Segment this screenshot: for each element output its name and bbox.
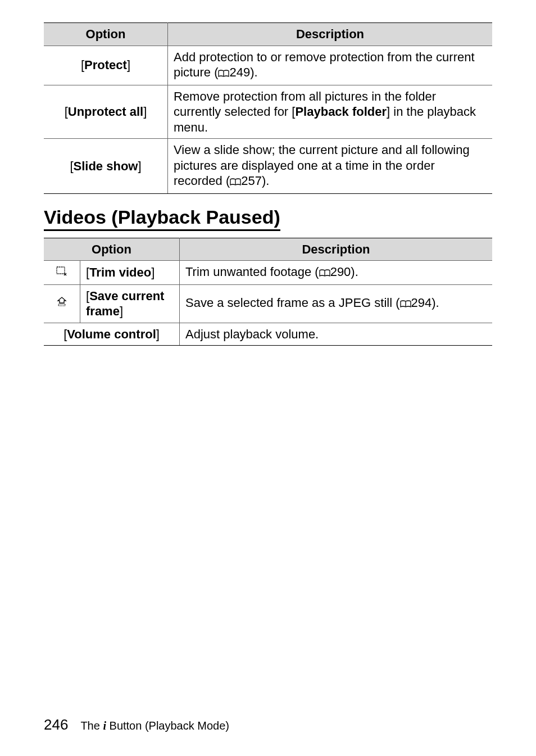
option-label: Unprotect all <box>68 105 143 119</box>
section-heading-videos: Videos (Playback Paused) <box>44 206 280 231</box>
option-label: Save current frame <box>86 289 164 319</box>
description-cell-protect: Add protection to or remove protection f… <box>168 46 493 85</box>
desc-page: 249). <box>229 65 257 79</box>
option-label: Volume control <box>67 327 156 341</box>
desc-page: 290). <box>330 265 358 279</box>
header-option: Option <box>44 238 180 261</box>
book-icon <box>400 296 411 312</box>
option-cell-volume-control: [Volume control] <box>44 323 180 346</box>
description-cell-trim: Trim unwanted footage (290). <box>180 261 493 285</box>
option-cell-protect: [Protect] <box>44 46 168 85</box>
option-cell-save-frame: [Save current frame] <box>80 284 180 323</box>
table-row: [Volume control] Adjust playback volume. <box>44 323 492 346</box>
description-cell-unprotect-all: Remove protection from all pictures in t… <box>168 85 493 139</box>
description-cell-save-frame: Save a selected frame as a JPEG still (2… <box>180 284 493 323</box>
table-row: [Slide show] View a slide show; the curr… <box>44 139 492 194</box>
desc-bold-mid: Playback folder <box>295 105 387 119</box>
desc-page: 257). <box>241 174 269 188</box>
icon-cell-frame <box>44 284 80 323</box>
table-row: [Unprotect all] Remove protection from a… <box>44 85 492 139</box>
desc-text: Adjust playback volume. <box>185 327 319 341</box>
desc-text: View a slide show; the current picture a… <box>174 143 470 188</box>
header-description: Description <box>168 23 493 46</box>
save-frame-icon <box>56 297 67 310</box>
svg-rect-1 <box>58 304 65 306</box>
table-header-row: Option Description <box>44 238 492 261</box>
option-cell-unprotect-all: [Unprotect all] <box>44 85 168 139</box>
option-label: Trim video <box>89 265 151 279</box>
option-label: Slide show <box>74 159 138 173</box>
option-label: Protect <box>84 58 127 72</box>
chapter-suffix: Button (Playback Mode) <box>106 719 229 732</box>
bracket-close: ] <box>156 327 160 341</box>
book-icon <box>319 265 330 281</box>
icon-cell-trim <box>44 261 80 285</box>
bracket-close: ] <box>138 159 141 173</box>
option-cell-trim-video: [Trim video] <box>80 261 180 285</box>
bracket-close: ] <box>127 58 130 72</box>
options-table-2: Option Description [Trim video] Trim unw… <box>44 238 492 346</box>
svg-rect-0 <box>57 267 65 274</box>
page-footer: 246 The i Button (Playback Mode) <box>44 716 229 734</box>
book-icon <box>230 174 241 190</box>
description-cell-volume: Adjust playback volume. <box>180 323 493 346</box>
options-table-1: Option Description [Protect] Add protect… <box>44 22 492 194</box>
header-description: Description <box>180 238 493 261</box>
description-cell-slide-show: View a slide show; the current picture a… <box>168 139 493 194</box>
page-number: 246 <box>44 716 68 734</box>
table-row: [Save current frame] Save a selected fra… <box>44 284 492 323</box>
book-icon <box>218 66 229 82</box>
table-row: [Trim video] Trim unwanted footage (290)… <box>44 261 492 285</box>
bracket-close: ] <box>143 105 147 119</box>
option-cell-slide-show: [Slide show] <box>44 139 168 194</box>
table-header-row: Option Description <box>44 23 492 46</box>
page-container: Option Description [Protect] Add protect… <box>0 0 536 756</box>
trim-video-icon <box>56 266 68 278</box>
chapter-prefix: The <box>80 719 103 732</box>
header-option: Option <box>44 23 168 46</box>
table-row: [Protect] Add protection to or remove pr… <box>44 46 492 85</box>
desc-text: Trim unwanted footage ( <box>185 265 319 279</box>
bracket-close: ] <box>120 304 123 318</box>
bracket-close: ] <box>151 265 155 279</box>
chapter-title: The i Button (Playback Mode) <box>80 719 229 732</box>
desc-text: Save a selected frame as a JPEG still ( <box>185 296 400 310</box>
desc-page: 294). <box>411 296 439 310</box>
